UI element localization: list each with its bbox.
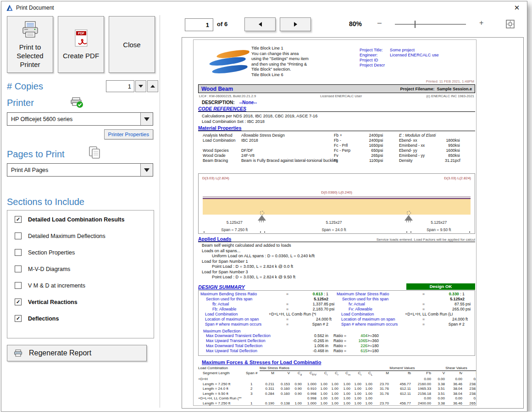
- project-descr-label: Project Descr: [360, 63, 390, 68]
- regenerate-report-label: Regenerate Report: [29, 349, 91, 357]
- summary-row: Span # where maximum occurs=Span # 2: [337, 322, 473, 327]
- printer-select-arrow-icon[interactable]: [140, 113, 153, 125]
- material-left-row: Analysis MethodAllowable Stress Design: [203, 133, 338, 138]
- right-point-load-label: D(3.03) L(2.824): [444, 176, 471, 180]
- titlebar: Print Document ✕: [1, 1, 527, 14]
- modulus-row: Eminbend - yy850ksi: [399, 153, 460, 158]
- summary-row: Fb: Allowable=2,183.70psi: [200, 307, 337, 312]
- copies-increment-icon[interactable]: [147, 80, 158, 92]
- zoom-in-icon[interactable]: +: [479, 19, 483, 27]
- title-block-line: and then using the "Printing &: [251, 62, 309, 67]
- section-option[interactable]: V M & D at increments: [15, 282, 154, 289]
- title-block-line: using the "Settings" menu item: [251, 56, 309, 62]
- copies-decrement-icon[interactable]: [135, 80, 146, 92]
- section-option[interactable]: ✓Detailed Load Combination Results: [15, 216, 154, 223]
- close-icon[interactable]: ✕: [507, 1, 527, 14]
- title-block-line: You can change this area: [251, 51, 309, 57]
- project-title-label: Project Title:: [360, 48, 390, 53]
- copies-input[interactable]: [106, 80, 134, 92]
- shear-summary-column: Maximum Shear Stress Ratio=0.330 : 1Sect…: [337, 292, 473, 327]
- beam-section-label: 5.125x27: [326, 220, 342, 225]
- section-option[interactable]: ✓Deflections: [15, 315, 154, 322]
- beam-diagram: D(3.03) L(2.824) D(3.03) L(2.824) D(0.03…: [198, 173, 475, 234]
- code-references-lines: Calculations per NDS 2018, IBC 2018, CBC…: [198, 112, 475, 125]
- modulus-row: Ebend- xx1800ksi: [399, 138, 460, 143]
- span-length-label: Span = 7.250 ft: [221, 227, 248, 232]
- maximum-deflection-header: Maximum Deflection: [200, 329, 473, 333]
- forces-data-row: +D+L+H, LL Comb Run (**0.9981.001.001.00…: [198, 396, 475, 401]
- copies-label: # Copies: [7, 81, 43, 92]
- pages-select[interactable]: Print All Pages: [7, 163, 153, 177]
- modulus-row: Eminbend - xx950ksi: [399, 143, 460, 148]
- section-option[interactable]: Section Properties: [15, 249, 154, 256]
- code-ref-line: Load Combination Set : IBC 2018: [202, 119, 475, 124]
- checkbox-icon[interactable]: [15, 249, 22, 256]
- next-page-button[interactable]: [280, 17, 311, 31]
- applied-load-line: Uniform Load on ALL spans : D = 0.0360, …: [202, 254, 475, 259]
- title-block-line: Title Block Line 1: [251, 46, 309, 51]
- zoom-out-icon[interactable]: –: [377, 19, 382, 27]
- previous-page-button[interactable]: [244, 17, 276, 31]
- modulus-row: Density31.21pcf: [399, 158, 460, 163]
- material-left-row: Wood SpeciesDF/DF: [203, 148, 338, 153]
- project-filename: Project Filename: Sample Session.e: [400, 87, 472, 91]
- create-pdf-button[interactable]: PDF Create PDF: [58, 16, 104, 73]
- stress-row: Fb -2400psi: [334, 138, 383, 143]
- applied-load-line: Point Load : D = 3.030, L = 2.824 k @ 9.…: [202, 275, 475, 280]
- stress-row: Fc - Prll1650psi: [334, 143, 383, 148]
- license-copyright: (c) ENERCALC INC 1983-2021: [426, 94, 474, 98]
- summary-row: fv: Actual=87.55psi: [337, 302, 473, 307]
- design-summary-header: DESIGN SUMMARY: [198, 284, 245, 290]
- regenerate-printer-icon: [14, 349, 22, 357]
- applied-load-line: Point Load : D = 3.030, L = 2.824 k @ 0.…: [202, 264, 475, 270]
- section-option-label: Detailed Load Combination Results: [28, 216, 124, 223]
- printer-icon: [21, 21, 40, 39]
- printer-select[interactable]: HP Officejet 5600 series: [7, 112, 153, 126]
- checkbox-icon[interactable]: [15, 266, 22, 272]
- page-count-label: of 6: [217, 21, 227, 28]
- summary-row: Load Combination+D+L+H, LL Comb Run (*I: [200, 312, 337, 317]
- zoom-slider[interactable]: [395, 24, 466, 25]
- forces-data-row: Length = 7.250 ft10.1900.1381.001.0001.0…: [198, 401, 475, 406]
- checkbox-icon[interactable]: [15, 282, 22, 289]
- page-number-input[interactable]: [185, 18, 213, 31]
- checkbox-icon[interactable]: [15, 232, 22, 239]
- left-panel: Print to Selected Printer PDF Create PDF…: [7, 16, 158, 361]
- sections-list: ✓Detailed Load Combination ResultsDetail…: [7, 210, 154, 338]
- section-option[interactable]: M-V-D Diagrams: [15, 266, 154, 272]
- material-properties-header: Material Properties: [198, 125, 475, 131]
- fit-page-icon[interactable]: [506, 20, 515, 28]
- span-length-label: Span = 9.50 ft: [427, 227, 451, 232]
- section-option-label: Vertical Reactions: [28, 299, 78, 305]
- forces-data-row: Length = 24.0 ft20.3110.1600.900.9101.00…: [198, 387, 475, 392]
- section-option-label: M-V-D Diagrams: [28, 266, 70, 272]
- pages-selected-value: Print All Pages: [7, 164, 140, 176]
- close-dialog-button[interactable]: Close: [109, 16, 155, 73]
- document-title: Wood Beam: [201, 86, 233, 92]
- material-stress-column: Fb +2400psiFb -2400psiFc - Prll1650psiFc…: [334, 133, 383, 163]
- checkbox-icon[interactable]: ✓: [15, 299, 22, 305]
- checkbox-icon[interactable]: ✓: [15, 315, 22, 322]
- forces-group-header-row: Load CombinationMax Stress RatiosMoment …: [198, 366, 475, 371]
- forces-column-header-row: Segment LengthSpan #MVCdCF/VCiCrCmCtCLMf…: [198, 371, 475, 377]
- regenerate-report-button[interactable]: Regenerate Report: [7, 345, 147, 361]
- applied-load-line: Beam self weight calculated and added to…: [202, 243, 475, 249]
- license-number: LIC# : KW-06000215, Build:20.21.2.9: [199, 94, 256, 98]
- checkbox-icon[interactable]: ✓: [15, 216, 22, 223]
- pages-select-arrow-icon[interactable]: [140, 164, 153, 176]
- section-option[interactable]: Detailed Maximum Deflections: [15, 232, 154, 239]
- beam-section-label: 5.125x27: [227, 220, 243, 225]
- print-to-printer-button[interactable]: Print to Selected Printer: [7, 16, 53, 73]
- printed-timestamp: Printed: 11 FEB 2021, 1:48PM: [198, 79, 475, 83]
- printer-properties-button[interactable]: Printer Properties: [104, 129, 153, 139]
- printer-selected-value: HP Officejet 5600 series: [7, 113, 140, 125]
- summary-row: fb: Actual=1,337.85psi: [200, 302, 337, 307]
- left-point-load-label: D(3.03) L(2.824): [202, 176, 229, 180]
- modulus-row: Ebend- yy1600ksi: [399, 148, 460, 153]
- section-option[interactable]: ✓Vertical Reactions: [15, 299, 154, 305]
- summary-row: Location of maximum on span=24.000ft: [337, 317, 473, 322]
- code-references-header: CODE REFERENCES: [198, 106, 475, 112]
- zoom-slider-thumb[interactable]: [415, 21, 416, 28]
- window-title: Print Document: [16, 5, 54, 11]
- deflection-row: Max Downward Total Deflection1.006inRati…: [200, 343, 473, 349]
